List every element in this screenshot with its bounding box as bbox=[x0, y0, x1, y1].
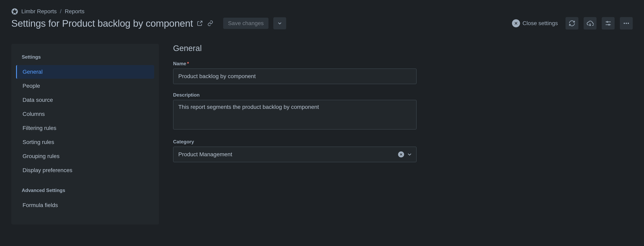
sidebar-item-display-preferences[interactable]: Display preferences bbox=[16, 163, 154, 177]
svg-point-8 bbox=[626, 23, 627, 24]
settings-main-panel: General Name* Description Category Produ… bbox=[173, 44, 416, 225]
chevron-down-icon bbox=[406, 151, 412, 157]
sidebar-item-label: General bbox=[22, 69, 43, 75]
close-settings-label: Close settings bbox=[522, 20, 558, 26]
svg-point-9 bbox=[628, 23, 629, 24]
sidebar-item-label: Data source bbox=[22, 97, 53, 103]
sidebar-item-label: Display preferences bbox=[22, 167, 72, 173]
category-dropdown-toggle[interactable] bbox=[406, 151, 412, 157]
sidebar-heading-advanced: Advanced Settings bbox=[15, 185, 155, 198]
breadcrumb-separator: / bbox=[60, 8, 62, 15]
filter-settings-button[interactable] bbox=[602, 17, 614, 29]
section-title-general: General bbox=[173, 44, 416, 53]
breadcrumb-section-link[interactable]: Reports bbox=[65, 8, 84, 15]
close-icon bbox=[400, 153, 403, 156]
description-label: Description bbox=[173, 92, 416, 98]
sidebar-heading-settings: Settings bbox=[15, 52, 155, 65]
sidebar-item-grouping-rules[interactable]: Grouping rules bbox=[16, 149, 154, 163]
sidebar-item-label: Filtering rules bbox=[22, 125, 56, 131]
sidebar-item-sorting-rules[interactable]: Sorting rules bbox=[16, 135, 154, 149]
name-input[interactable] bbox=[173, 68, 416, 84]
more-horizontal-icon bbox=[623, 20, 630, 27]
breadcrumb-app-link[interactable]: Limbr Reports bbox=[21, 8, 57, 15]
refresh-icon bbox=[568, 20, 575, 27]
sidebar-item-people[interactable]: People bbox=[16, 79, 154, 93]
sidebar-item-label: Columns bbox=[22, 111, 45, 117]
sidebar-item-data-source[interactable]: Data source bbox=[16, 93, 154, 107]
name-label: Name* bbox=[173, 61, 416, 66]
sidebar-item-label: Sorting rules bbox=[22, 139, 54, 145]
cloud-download-icon bbox=[586, 20, 594, 27]
svg-point-6 bbox=[608, 24, 610, 25]
close-icon bbox=[512, 19, 520, 27]
link-icon[interactable] bbox=[207, 20, 214, 27]
sidebar-item-label: People bbox=[22, 83, 40, 89]
svg-point-4 bbox=[607, 21, 608, 22]
sidebar-item-columns[interactable]: Columns bbox=[16, 107, 154, 121]
sidebar-item-general[interactable]: General bbox=[16, 65, 154, 79]
breadcrumb: Limbr Reports / Reports bbox=[11, 8, 633, 15]
description-textarea[interactable] bbox=[173, 100, 416, 129]
svg-point-7 bbox=[624, 23, 625, 24]
clear-category-button[interactable] bbox=[398, 151, 404, 157]
save-changes-button[interactable]: Save changes bbox=[223, 18, 268, 29]
save-dropdown-button[interactable] bbox=[273, 17, 286, 29]
category-label: Category bbox=[173, 139, 416, 145]
sliders-icon bbox=[605, 20, 612, 27]
export-button[interactable] bbox=[584, 17, 596, 29]
category-select[interactable]: Product Management bbox=[173, 147, 416, 162]
more-actions-button[interactable] bbox=[620, 17, 633, 29]
header-row: Settings for Product backlog by componen… bbox=[11, 17, 633, 30]
close-settings-button[interactable]: Close settings bbox=[510, 17, 560, 30]
sidebar-item-filtering-rules[interactable]: Filtering rules bbox=[16, 121, 154, 135]
settings-sidebar: Settings General People Data source Colu… bbox=[11, 44, 159, 225]
required-asterisk: * bbox=[187, 61, 189, 66]
sidebar-item-label: Formula fields bbox=[22, 202, 58, 208]
open-external-icon[interactable] bbox=[196, 20, 204, 27]
sidebar-item-formula-fields[interactable]: Formula fields bbox=[16, 198, 154, 212]
app-logo-icon bbox=[11, 8, 18, 15]
sidebar-item-label: Grouping rules bbox=[22, 153, 60, 159]
refresh-button[interactable] bbox=[566, 17, 578, 29]
page-title: Settings for Product backlog by componen… bbox=[11, 18, 193, 29]
